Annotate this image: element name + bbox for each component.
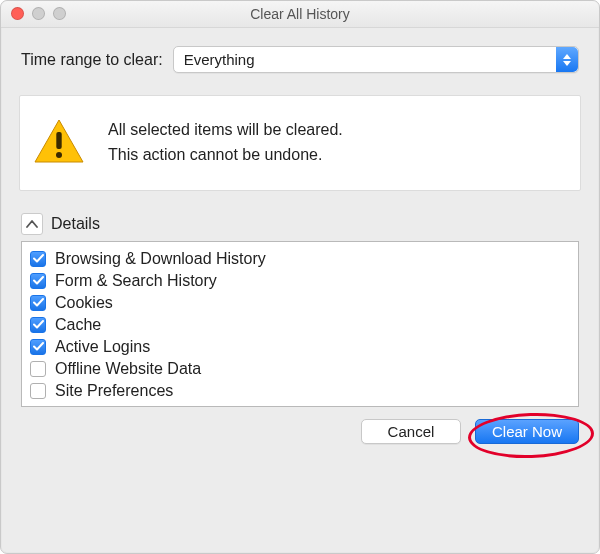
cancel-button[interactable]: Cancel xyxy=(361,419,461,444)
checkbox-label: Active Logins xyxy=(55,338,150,356)
checkbox-label: Cookies xyxy=(55,294,113,312)
details-item[interactable]: Active Logins xyxy=(30,336,570,358)
details-header[interactable]: Details xyxy=(21,213,579,235)
cancel-button-label: Cancel xyxy=(388,423,435,440)
details-label: Details xyxy=(51,215,100,233)
titlebar: Clear All History xyxy=(1,1,599,28)
dialog-window: Clear All History Time range to clear: E… xyxy=(0,0,600,554)
details-item[interactable]: Site Preferences xyxy=(30,380,570,402)
window-controls xyxy=(11,7,66,20)
minimize-window-button[interactable] xyxy=(32,7,45,20)
warning-line1: All selected items will be cleared. xyxy=(108,118,343,143)
checkbox-label: Form & Search History xyxy=(55,272,217,290)
checkbox[interactable] xyxy=(30,273,46,289)
checkbox-label: Site Preferences xyxy=(55,382,173,400)
checkbox[interactable] xyxy=(30,317,46,333)
checkbox[interactable] xyxy=(30,339,46,355)
svg-point-1 xyxy=(56,152,62,158)
checkbox[interactable] xyxy=(30,251,46,267)
checkbox-label: Browsing & Download History xyxy=(55,250,266,268)
details-item[interactable]: Browsing & Download History xyxy=(30,248,570,270)
window-title: Clear All History xyxy=(250,6,350,22)
button-row: Cancel Clear Now xyxy=(21,419,579,444)
details-item[interactable]: Form & Search History xyxy=(30,270,570,292)
time-range-value: Everything xyxy=(184,51,255,68)
svg-rect-0 xyxy=(56,132,61,149)
time-range-label: Time range to clear: xyxy=(21,51,163,69)
checkbox[interactable] xyxy=(30,361,46,377)
details-item[interactable]: Cache xyxy=(30,314,570,336)
checkbox-label: Cache xyxy=(55,316,101,334)
time-range-select[interactable]: Everything xyxy=(173,46,579,73)
details-item[interactable]: Offline Website Data xyxy=(30,358,570,380)
checkbox[interactable] xyxy=(30,383,46,399)
warning-panel: All selected items will be cleared. This… xyxy=(19,95,581,191)
details-list: Browsing & Download HistoryForm & Search… xyxy=(21,241,579,407)
warning-icon xyxy=(30,118,88,167)
details-expander[interactable] xyxy=(21,213,43,235)
dialog-content: Time range to clear: Everything All sele… xyxy=(1,28,599,460)
warning-line2: This action cannot be undone. xyxy=(108,143,343,168)
clear-now-button-label: Clear Now xyxy=(492,423,562,440)
checkbox[interactable] xyxy=(30,295,46,311)
details-item[interactable]: Cookies xyxy=(30,292,570,314)
chevron-up-icon xyxy=(26,220,38,228)
time-range-row: Time range to clear: Everything xyxy=(21,46,579,73)
clear-now-button[interactable]: Clear Now xyxy=(475,419,579,444)
checkbox-label: Offline Website Data xyxy=(55,360,201,378)
warning-text: All selected items will be cleared. This… xyxy=(108,118,343,168)
select-stepper-icon xyxy=(556,47,578,72)
zoom-window-button[interactable] xyxy=(53,7,66,20)
close-window-button[interactable] xyxy=(11,7,24,20)
